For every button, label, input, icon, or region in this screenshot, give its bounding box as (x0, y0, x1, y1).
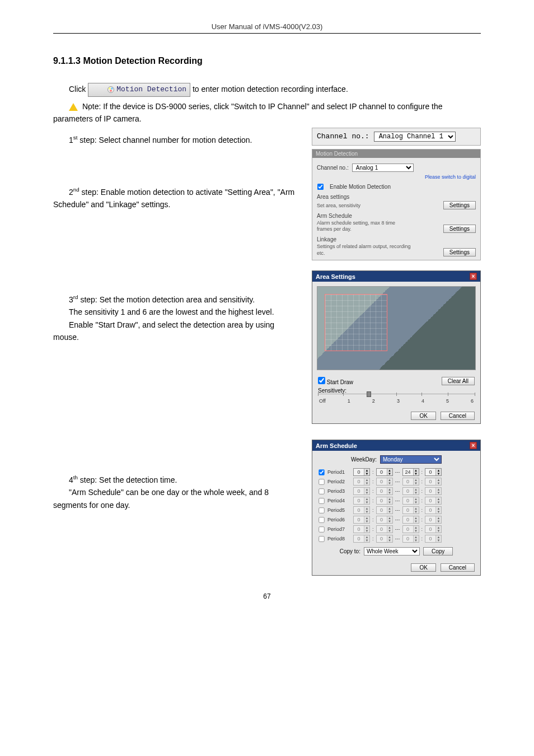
period-row: Period1▲▼:▲▼---▲▼:▲▼ (318, 468, 475, 476)
page-header: User Manual of iVMS-4000(V2.03) (53, 22, 481, 34)
period-checkbox[interactable] (318, 526, 324, 532)
palette-icon (107, 86, 114, 93)
time-spinner[interactable]: ▲▼ (425, 468, 442, 476)
chevron-down-icon: ▼ (387, 510, 392, 514)
chevron-down-icon: ▼ (436, 510, 441, 514)
step-2-text: 2nd step: Enable motion detection to act… (53, 185, 301, 211)
clear-all-button[interactable]: Clear All (442, 377, 475, 385)
time-spinner: ▲▼ (425, 478, 442, 486)
time-spinner-value (425, 507, 435, 513)
period-row: Period4▲▼:▲▼---▲▼:▲▼ (318, 497, 475, 505)
time-spinner-value (425, 526, 435, 532)
close-icon[interactable]: × (470, 273, 477, 280)
period-label: Period7 (327, 526, 351, 532)
time-spinner: ▲▼ (402, 506, 419, 514)
time-spinner-value (425, 479, 435, 484)
linkage-desc: Settings of related alarm output, record… (317, 244, 412, 256)
chevron-down-icon: ▼ (364, 529, 369, 533)
close-icon[interactable]: × (470, 442, 477, 449)
channel-no-strip-select[interactable]: Analog Channel 1 (374, 132, 456, 142)
period-row: Period5▲▼:▲▼---▲▼:▲▼ (318, 506, 475, 514)
time-spinner-value[interactable] (377, 469, 387, 475)
time-spinner[interactable]: ▲▼ (376, 468, 393, 476)
time-spinner: ▲▼ (376, 497, 393, 505)
chevron-down-icon: ▼ (436, 539, 441, 542)
period-label: Period3 (327, 488, 351, 494)
period-label: Period1 (327, 469, 351, 475)
time-spinner-value (354, 498, 364, 503)
switch-to-digital-link[interactable]: Please switch to digital (317, 174, 476, 180)
chevron-down-icon: ▼ (387, 520, 392, 523)
chevron-down-icon: ▼ (414, 501, 419, 504)
period-checkbox[interactable] (318, 498, 324, 503)
chevron-down-icon: ▼ (436, 529, 441, 533)
linkage-settings-button[interactable]: Settings (443, 248, 476, 256)
period-checkbox[interactable] (318, 479, 324, 484)
area-cancel-button[interactable]: Cancel (441, 412, 475, 420)
step-3c-text: Enable "Start Draw", and select the dete… (53, 319, 301, 344)
weekday-select[interactable]: Monday (380, 455, 442, 464)
period-label: Period4 (327, 498, 351, 503)
chevron-down-icon: ▼ (364, 501, 369, 504)
chevron-down-icon: ▼ (414, 520, 419, 523)
area-settings-button[interactable]: Settings (443, 201, 476, 209)
time-spinner-value[interactable] (354, 469, 364, 475)
chevron-down-icon: ▼ (387, 482, 392, 485)
time-spinner[interactable]: ▲▼ (402, 468, 419, 476)
time-spinner-value (403, 526, 413, 532)
start-draw-checkbox[interactable] (318, 377, 325, 384)
time-spinner-value (377, 507, 387, 513)
chevron-down-icon: ▼ (364, 510, 369, 514)
period-checkbox[interactable] (318, 488, 324, 494)
chevron-down-icon: ▼ (364, 491, 369, 494)
area-preview-canvas[interactable] (317, 286, 476, 370)
area-ok-button[interactable]: OK (411, 412, 435, 420)
time-spinner: ▲▼ (402, 525, 419, 533)
chevron-down-icon[interactable]: ▼ (364, 472, 369, 475)
chevron-down-icon[interactable]: ▼ (387, 472, 392, 475)
md-channel-select[interactable]: Analog 1 (352, 164, 414, 172)
copy-to-select[interactable]: Whole Week (364, 547, 420, 556)
time-spinner-value (403, 536, 413, 542)
time-spinner[interactable]: ▲▼ (353, 468, 370, 476)
time-spinner: ▲▼ (425, 525, 442, 533)
step-4a-text: 4th step: Set the detection time. (53, 473, 301, 486)
period-checkbox[interactable] (318, 536, 324, 542)
period-checkbox[interactable] (318, 469, 324, 475)
period-checkbox[interactable] (318, 507, 324, 513)
time-spinner: ▲▼ (353, 525, 370, 533)
period-row: Period6▲▼:▲▼---▲▼:▲▼ (318, 516, 475, 524)
area-settings-dialog: Area Settings × Start Draw Clear All Sen… (312, 270, 481, 424)
arm-cancel-button[interactable]: Cancel (441, 563, 475, 572)
time-spinner-value (403, 498, 413, 503)
arm-schedule-settings-button[interactable]: Settings (443, 225, 476, 233)
time-spinner: ▲▼ (402, 516, 419, 524)
chevron-down-icon[interactable]: ▼ (414, 472, 419, 475)
period-checkbox[interactable] (318, 517, 324, 522)
click-suffix: to enter motion detection recording inte… (193, 85, 348, 94)
chevron-down-icon[interactable]: ▼ (436, 472, 441, 475)
time-spinner: ▲▼ (402, 497, 419, 505)
page-number: 67 (53, 592, 481, 600)
motion-detection-inline-label: Motion Detection (116, 85, 186, 94)
time-spinner-value (354, 517, 364, 522)
time-spinner: ▲▼ (353, 487, 370, 495)
enable-motion-detection-checkbox[interactable] (317, 184, 324, 190)
time-spinner-value (425, 488, 435, 494)
arm-ok-button[interactable]: OK (411, 563, 435, 572)
time-spinner: ▲▼ (425, 506, 442, 514)
copy-button[interactable]: Copy (423, 547, 453, 556)
time-spinner-value (403, 517, 413, 522)
md-channel-label: Channel no.: (317, 165, 349, 171)
area-settings-desc: Set area, sensitivity (317, 203, 360, 209)
time-spinner-value (377, 479, 387, 484)
sensitivity-slider[interactable] (318, 394, 475, 398)
step-1-text: 1st step: Select channel number for moti… (53, 133, 301, 146)
time-spinner-value[interactable] (403, 469, 413, 475)
chevron-down-icon: ▼ (436, 482, 441, 485)
intro-line-1: Click Motion Detection to enter motion d… (53, 83, 481, 97)
time-spinner-value[interactable] (425, 469, 435, 475)
time-spinner-value (403, 488, 413, 494)
chevron-down-icon: ▼ (364, 539, 369, 542)
time-spinner: ▲▼ (353, 497, 370, 505)
